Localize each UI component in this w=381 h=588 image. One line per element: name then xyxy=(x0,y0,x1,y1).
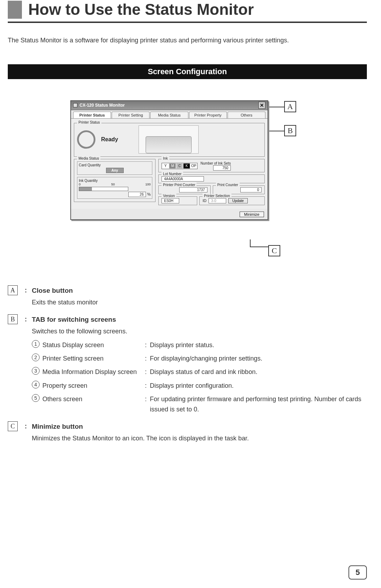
lot-number-label: Lot Number xyxy=(162,172,183,176)
ink-group-label: Ink xyxy=(162,156,169,160)
sub-1-desc: Displays printer status. xyxy=(150,340,367,350)
printer-selection-group: Printer Selection ID 3-0 Update xyxy=(199,196,265,205)
sub-2-title: Printer Setting screen xyxy=(42,354,104,363)
printer-print-counter-label: Printer Print Counter xyxy=(162,183,197,187)
colon: : xyxy=(25,285,32,307)
sub-4-title: Property screen xyxy=(42,381,87,391)
card-quantity-value: Any xyxy=(106,168,124,173)
figure-area: A B C CX-120 Status Monitor ✕ Printer St… xyxy=(56,100,325,263)
printer-body-icon xyxy=(146,136,192,153)
intro-text: The Status Monitor is a software for dis… xyxy=(8,36,367,45)
sub-3-desc: Displays status of card and ink ribbon. xyxy=(150,367,367,377)
sub-4-desc: Displays printer configuration. xyxy=(150,381,367,391)
num-ink-sets-value: 750 xyxy=(213,165,231,171)
ink-quantity-bar xyxy=(79,187,128,191)
def-a-desc: Exits the status monitor xyxy=(32,297,367,307)
ink-quantity-label: Ink Quantity xyxy=(79,179,151,183)
tab-others[interactable]: Others xyxy=(228,112,265,118)
sub-2-desc: For displaying/changing printer settings… xyxy=(150,354,367,363)
leader-c-v xyxy=(250,239,251,247)
page-number: 5 xyxy=(348,565,367,580)
version-label: Version xyxy=(162,194,176,198)
ink-m: M xyxy=(169,164,176,168)
def-c-head: Minimize button xyxy=(32,421,367,432)
key-c-box: C xyxy=(8,421,18,431)
percent-sign: % xyxy=(147,192,151,196)
def-b-desc: Switches to the following screens. xyxy=(32,326,367,336)
tab-printer-property[interactable]: Printer Property xyxy=(189,112,227,118)
key-a-box: A xyxy=(8,285,18,295)
printer-print-counter-value: 1737 xyxy=(179,187,207,192)
sub-5-num: 5 xyxy=(32,394,40,402)
printer-illustration xyxy=(139,125,199,154)
section-header: Screen Configuration xyxy=(8,64,367,79)
sub-5-desc: For updating printer firmware and perfor… xyxy=(150,394,367,414)
lot-number-value: 4A4A0000A xyxy=(162,176,204,182)
key-b-box: B xyxy=(8,314,18,324)
tab-printer-setting[interactable]: Printer Setting xyxy=(112,112,150,118)
tabs-row: Printer Status Printer Setting Media Sta… xyxy=(71,110,268,118)
ink-quantity-fill xyxy=(79,187,92,191)
scale-50: 50 xyxy=(111,183,115,186)
print-counter-group: Print Counter 0 xyxy=(213,185,265,194)
sub-5-title: Others screen xyxy=(42,394,82,414)
sub-1-num: 1 xyxy=(32,340,40,348)
sub-2-num: 2 xyxy=(32,354,40,361)
printer-status-group: Printer Status Ready xyxy=(74,123,265,157)
ink-swatches: Y M C K OP xyxy=(162,163,198,169)
colon: : xyxy=(145,354,150,363)
page-title: How to Use the Status Monitor xyxy=(8,1,367,19)
title-bar: CX-120 Status Monitor ✕ xyxy=(71,101,268,110)
sub-3-title: Media Information Display screen xyxy=(42,367,137,377)
printer-print-counter-group: Printer Print Counter 1737 xyxy=(158,185,210,194)
scale-0: 0 xyxy=(79,183,81,186)
colon: : xyxy=(145,394,150,414)
print-counter-value: 0 xyxy=(240,187,262,192)
colon: : xyxy=(145,381,150,391)
minimize-button[interactable]: Minimize xyxy=(240,212,264,217)
media-status-group: Media Status Card Quantity Any Ink Quant… xyxy=(74,159,156,202)
tab-media-status[interactable]: Media Status xyxy=(150,112,188,118)
sub-3-num: 3 xyxy=(32,367,40,375)
print-counter-label: Print Counter xyxy=(216,183,240,187)
def-b: B : TAB for switching screens Switches t… xyxy=(8,314,367,414)
ink-group: Ink Y M C K OP Number of Ink Sets xyxy=(158,159,265,172)
callout-a: A xyxy=(284,101,296,112)
lot-number-group: Lot Number 4A4A0000A xyxy=(158,174,265,183)
printer-selection-label: Printer Selection xyxy=(203,194,231,198)
status-text: Ready xyxy=(101,136,133,143)
num-ink-sets-label: Number of Ink Sets xyxy=(200,161,231,165)
definitions: A : Close button Exits the status monito… xyxy=(8,285,367,444)
printer-selection-id-label: ID xyxy=(203,198,206,203)
version-group: Version ES0H xyxy=(158,196,197,205)
ink-c: C xyxy=(176,164,183,168)
def-c-desc: Minimizes the Status Monitor to an icon.… xyxy=(32,433,367,443)
app-icon xyxy=(73,103,77,107)
ink-percent-value: 26 xyxy=(128,192,146,197)
sub-1-title: Status Display screen xyxy=(42,340,104,350)
callout-c: C xyxy=(268,245,280,256)
sub-4-num: 4 xyxy=(32,381,40,388)
callout-b: B xyxy=(284,125,296,136)
scale-100: 100 xyxy=(145,183,151,186)
ink-k: K xyxy=(183,164,190,168)
update-button[interactable]: Update xyxy=(228,198,247,203)
colon: : xyxy=(145,367,150,377)
title-underline xyxy=(8,22,367,23)
close-button[interactable]: ✕ xyxy=(258,102,265,109)
def-a-head: Close button xyxy=(32,285,367,296)
app-window: CX-120 Status Monitor ✕ Printer Status P… xyxy=(70,100,268,220)
ink-op: OP xyxy=(190,164,197,168)
card-quantity-label: Card Quantity xyxy=(79,163,151,167)
app-body: Printer Status Ready Media Status Card Q… xyxy=(71,118,268,209)
colon: : xyxy=(25,314,32,414)
printer-selection-dropdown[interactable]: 3-0 xyxy=(209,198,226,203)
media-status-label: Media Status xyxy=(77,156,100,160)
tab-printer-status[interactable]: Printer Status xyxy=(73,112,111,118)
colon: : xyxy=(145,340,150,350)
version-value: ES0H xyxy=(162,198,179,203)
def-c: C : Minimize button Minimizes the Status… xyxy=(8,421,367,443)
ink-y: Y xyxy=(162,164,169,168)
leader-c-h xyxy=(250,247,269,247)
window-title: CX-120 Status Monitor xyxy=(80,103,125,108)
